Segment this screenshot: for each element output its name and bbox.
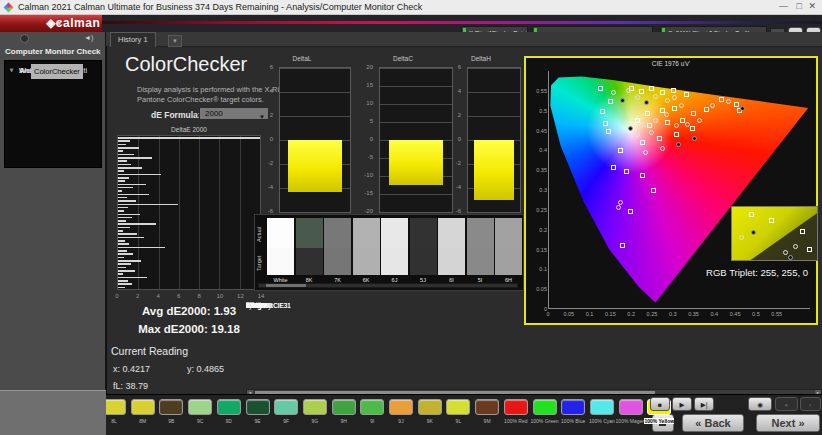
histogram-bar (118, 194, 149, 196)
swatch-8m[interactable] (131, 399, 155, 415)
swatch-9e[interactable] (246, 399, 270, 415)
current-reading-x: x: 0.4217 (113, 364, 150, 374)
back-button[interactable]: « Back (682, 414, 744, 432)
ribbon-gradient-stripe (102, 21, 822, 24)
swatch-9d[interactable] (217, 399, 241, 415)
histogram-bar (118, 167, 142, 169)
patch-target-swatch (495, 248, 522, 275)
histogram-bar (118, 200, 136, 202)
workflow-tree: ▾WelcomeWelcome▾AnalysisGrayscale - Mult… (4, 60, 102, 168)
histogram-bar (118, 287, 125, 289)
swatch-8l[interactable] (106, 399, 126, 415)
minimize-button[interactable]: — (779, 1, 788, 11)
cie-target-square (645, 111, 650, 116)
patch-scrollbar[interactable] (258, 283, 518, 288)
cie-target-square (598, 86, 603, 91)
cie-measured-point (697, 118, 702, 123)
cie-y-tick-label: 0.45 (536, 128, 547, 134)
cie-title: CIE 1976 u'v' (526, 60, 816, 67)
step-forward-button[interactable]: ▶| (694, 397, 714, 411)
histogram-bar (118, 270, 135, 272)
swatch-9g[interactable] (303, 399, 327, 415)
histogram-tick-label: 6 (177, 293, 180, 299)
swatch-label: 9G (300, 418, 330, 424)
de-histogram-chart (117, 135, 261, 290)
histogram-bar (118, 223, 156, 225)
swatch-label: 100% Red (501, 418, 531, 424)
swatch-100-cyan[interactable] (590, 399, 614, 415)
histogram-bar (118, 174, 161, 176)
chart-gridline (280, 116, 350, 117)
histogram-bar (118, 273, 123, 275)
histogram-bar (118, 207, 128, 209)
cie-target-square (719, 97, 724, 102)
cie-target-square (620, 243, 625, 248)
swatch-9m[interactable] (475, 399, 499, 415)
histogram-title: DeltaE 2000 (115, 126, 263, 133)
swatch-100-blue[interactable] (561, 399, 585, 415)
axis-tick-label: -15 (364, 190, 373, 196)
cie-target-square (606, 129, 611, 134)
swatch-label: 9B (156, 418, 186, 424)
axis-tick-label: 6 (270, 64, 273, 70)
histogram-gridline (138, 136, 139, 289)
axis-tick-label: -5 (368, 154, 373, 160)
axis-tick-label: -4 (268, 184, 273, 190)
maximize-button[interactable]: □ (797, 1, 802, 11)
stop-button[interactable]: ■ (650, 397, 670, 411)
session-indicator-icon[interactable] (20, 34, 29, 43)
camera-button[interactable]: ◉ (748, 397, 772, 411)
swatch-9i[interactable] (360, 399, 384, 415)
patch-target-swatch (381, 248, 408, 275)
cie-measured-point (679, 103, 684, 108)
swatch-9l[interactable] (446, 399, 470, 415)
swatch-9j[interactable] (389, 399, 413, 415)
swatch-100-magenta[interactable] (619, 399, 643, 415)
cie-y-axis: 00.050.10.150.20.250.30.350.40.450.50.55 (527, 71, 547, 309)
histogram-tick-label: 12 (237, 293, 244, 299)
patch-scrollbar-thumb[interactable] (266, 284, 306, 287)
axis-tick-label: 10 (366, 100, 373, 106)
cie-measured-point (620, 98, 625, 103)
swatch-label: 100% Yellow (644, 418, 674, 424)
sidebar-item-colorchecker[interactable]: ColorChecker (5, 64, 31, 77)
histogram-bar (118, 150, 123, 152)
histogram-bar (118, 137, 260, 139)
histogram-bar (118, 144, 126, 146)
swatch-9k[interactable] (418, 399, 442, 415)
swatch-100-red[interactable] (504, 399, 528, 415)
swatch-9b[interactable] (159, 399, 183, 415)
cie-y-tick-label: 0.15 (536, 247, 547, 253)
swatch-9f[interactable] (274, 399, 298, 415)
cie-x-tick-label: 0.2 (627, 311, 635, 317)
speaker-icon[interactable]: ◄) (84, 34, 93, 41)
axis-tick-label: 2 (270, 112, 273, 118)
tab-history-1[interactable]: History 1 (110, 32, 156, 47)
calman-window: Calman 2021 Calman Ultimate for Business… (0, 0, 822, 435)
swatch-label: 100% Green (530, 418, 560, 424)
cie-diagram-panel[interactable]: CIE 1976 u'v' 00.050.10.150.20.250.30.35… (524, 56, 818, 325)
play-button[interactable]: ▶ (672, 397, 692, 411)
rgb-triplet-label: RGB Triplet: 255, 255, 0 (706, 267, 808, 278)
app-icon (4, 3, 14, 13)
inset-target-square (800, 229, 805, 234)
swatch-label: 9J (386, 418, 416, 424)
patch-target-swatch (324, 248, 351, 275)
tab-overflow-button[interactable]: ▼ (168, 35, 182, 47)
close-button[interactable]: ✕ (808, 1, 816, 11)
swatch-9c[interactable] (188, 399, 212, 415)
cie-measured-point (649, 130, 654, 135)
current-reading-y: y: 0.4865 (187, 364, 224, 374)
swatch-label: 8L (106, 418, 129, 424)
histogram-bar (118, 233, 137, 235)
calman-logo-button[interactable]: ◈calman ▼ (0, 15, 102, 32)
axis-tick-label: 20 (366, 64, 373, 70)
swatch-100-green[interactable] (533, 399, 557, 415)
cie-zoom-inset (731, 206, 818, 261)
next-button[interactable]: Next » (756, 414, 820, 432)
cie-x-tick-label: 0.45 (730, 311, 741, 317)
histogram-tick-label: 14 (258, 293, 265, 299)
cie-measured-point (665, 98, 670, 103)
cie-target-square (660, 90, 665, 95)
swatch-9h[interactable] (332, 399, 356, 415)
